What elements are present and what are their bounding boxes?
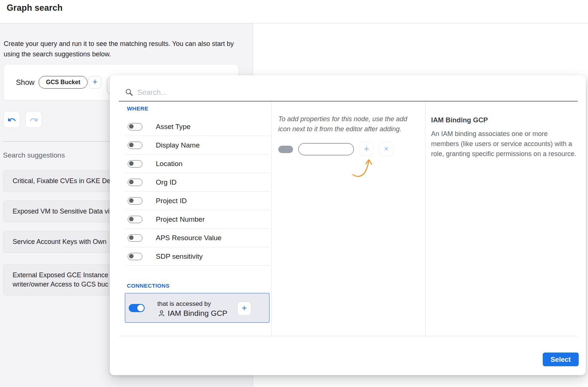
node-chip-gcs-bucket[interactable]: GCS Bucket xyxy=(39,76,88,89)
column-divider xyxy=(425,102,426,336)
toggle-knob xyxy=(129,198,134,203)
redo-button[interactable] xyxy=(25,111,42,128)
editor-hint-text: To add properties for this node, use the… xyxy=(278,114,420,134)
node-picker-dialog: WHERE Asset Type Display Name Location O… xyxy=(110,75,586,375)
property-list: Asset Type Display Name Location Org ID … xyxy=(125,118,270,266)
undo-icon xyxy=(7,115,16,124)
property-label: Org ID xyxy=(156,178,177,186)
toggle-knob xyxy=(129,143,134,147)
property-row: Display Name xyxy=(125,136,270,155)
node-placeholder-pill xyxy=(278,146,293,153)
select-button[interactable]: Select xyxy=(543,353,579,366)
intro-text: Create your query and run it to see the … xyxy=(4,39,249,59)
property-label: Display Name xyxy=(156,141,200,149)
property-row: SDP sensitivity xyxy=(125,247,270,266)
toggle-knob xyxy=(137,305,144,311)
property-row: APS Resource Value xyxy=(125,229,270,247)
property-row: Project Number xyxy=(125,210,270,229)
search-icon xyxy=(125,88,133,96)
property-toggle[interactable] xyxy=(128,160,142,168)
search-divider xyxy=(119,101,578,102)
column-divider xyxy=(271,102,272,336)
redo-icon xyxy=(29,115,38,124)
toggle-knob xyxy=(129,180,134,184)
toggle-knob xyxy=(129,254,134,258)
property-toggle[interactable] xyxy=(128,142,142,149)
arrow-curved-icon xyxy=(346,156,375,180)
property-label: Project ID xyxy=(156,197,187,205)
toggle-knob xyxy=(129,217,134,221)
connections-section-title: CONNECTIONS xyxy=(127,282,170,289)
property-row: Project ID xyxy=(125,192,270,210)
property-toggle[interactable] xyxy=(128,179,142,186)
property-row: Location xyxy=(125,155,270,173)
add-property-button[interactable]: + xyxy=(359,142,374,156)
add-node-button[interactable]: + xyxy=(89,76,101,89)
property-label: SDP sensitivity xyxy=(156,252,203,261)
show-label: Show xyxy=(16,78,35,87)
entity-details-title: IAM Binding GCP xyxy=(431,116,488,124)
property-toggle[interactable] xyxy=(128,216,142,223)
connection-row-iam-binding[interactable]: that is accessed by IAM Binding GCP + xyxy=(125,293,270,323)
property-toggle[interactable] xyxy=(128,197,142,205)
footer-divider xyxy=(119,336,578,336)
page-title: Graph search xyxy=(7,3,63,13)
property-label: Asset Type xyxy=(156,123,191,131)
node-name-input[interactable] xyxy=(298,143,354,155)
connection-entity-row: IAM Binding GCP xyxy=(158,309,227,318)
property-row: Asset Type xyxy=(125,118,270,136)
add-connection-button[interactable]: + xyxy=(237,302,251,315)
undo-button[interactable] xyxy=(3,111,20,128)
where-section-title: WHERE xyxy=(127,105,148,112)
search-suggestions-title: Search suggestions xyxy=(3,151,65,159)
search-input[interactable] xyxy=(137,86,330,98)
toggle-knob xyxy=(129,161,134,166)
property-row: Org ID xyxy=(125,173,270,192)
remove-node-button[interactable]: × xyxy=(379,142,393,156)
toggle-knob xyxy=(129,124,134,129)
property-toggle[interactable] xyxy=(128,123,142,130)
person-icon xyxy=(158,310,165,317)
connection-entity-label: IAM Binding GCP xyxy=(168,309,227,318)
connection-toggle[interactable] xyxy=(129,304,145,312)
toggle-knob xyxy=(129,235,134,240)
connection-relation-label: that is accessed by xyxy=(157,300,211,308)
property-label: Project Number xyxy=(156,215,205,224)
property-label: Location xyxy=(156,160,183,168)
entity-details-description: An IAM binding associates one or more me… xyxy=(431,129,577,159)
property-toggle[interactable] xyxy=(128,253,142,260)
property-toggle[interactable] xyxy=(128,234,142,242)
property-label: APS Resource Value xyxy=(156,234,221,242)
